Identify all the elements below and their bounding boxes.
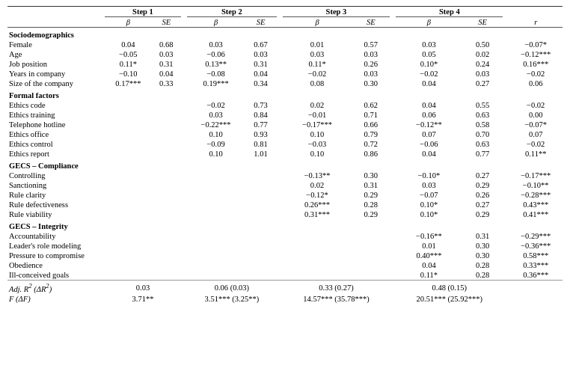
spacer	[503, 281, 509, 294]
data-cell: −0.06	[187, 49, 245, 59]
row-label: Ethics report	[7, 149, 105, 159]
spacer	[277, 110, 283, 120]
data-cell: −0.06	[396, 139, 462, 149]
row-label: Telephone hotline	[7, 120, 105, 129]
spacer	[277, 270, 283, 281]
spacer	[503, 190, 509, 200]
table-row: Size of the company0.17***0.330.19***0.3…	[7, 79, 563, 88]
data-cell: 0.03	[396, 40, 462, 49]
data-cell	[283, 241, 352, 251]
data-cell: 0.58***	[509, 251, 563, 260]
spacer	[503, 49, 509, 59]
section-header: GECS – Integrity	[7, 219, 563, 231]
row-label: Rule viability	[7, 209, 105, 219]
data-cell	[152, 251, 181, 260]
spacer	[277, 294, 283, 304]
data-cell: 0.77	[245, 120, 277, 129]
f-step4: 20.51*** (25.92***)	[396, 294, 503, 304]
spacer	[181, 59, 187, 69]
data-cell	[283, 231, 352, 241]
column-header-row: β SE β SE β SE β SE r	[7, 17, 563, 28]
spacer	[277, 241, 283, 251]
row-label: Years in company	[7, 69, 105, 79]
data-cell: 0.70	[462, 129, 503, 139]
spacer	[181, 110, 187, 120]
spacer	[503, 79, 509, 88]
data-cell	[352, 241, 390, 251]
spacer	[181, 281, 187, 294]
row-label: Ethics training	[7, 110, 105, 120]
data-cell	[105, 231, 152, 241]
spacer	[181, 270, 187, 281]
spacer	[277, 120, 283, 129]
table-row: Years in company−0.100.04−0.080.04−0.020…	[7, 69, 563, 79]
data-cell: 0.10*	[396, 200, 462, 209]
data-cell	[152, 260, 181, 270]
data-cell: 0.30	[352, 171, 390, 180]
data-cell	[152, 129, 181, 139]
data-cell: 0.31***	[283, 209, 352, 219]
data-cell: 0.07	[509, 129, 563, 139]
table-row: Age−0.050.03−0.060.030.030.030.050.02−0.…	[7, 49, 563, 59]
spacer	[277, 200, 283, 209]
spacer	[277, 251, 283, 260]
data-cell: 0.04	[245, 69, 277, 79]
data-cell: 0.01	[283, 40, 352, 49]
data-cell	[245, 171, 277, 180]
data-cell	[152, 190, 181, 200]
data-cell	[245, 209, 277, 219]
spacer	[390, 69, 396, 79]
data-cell: 0.03	[396, 180, 462, 190]
data-cell: 0.29	[352, 209, 390, 219]
data-cell: 0.58	[462, 120, 503, 129]
table-row: Ethics control−0.090.81−0.030.72−0.060.6…	[7, 139, 563, 149]
row-label: Ethics code	[7, 100, 105, 110]
data-cell: 0.50	[462, 40, 503, 49]
spacer	[277, 231, 283, 241]
data-cell: −0.22***	[187, 120, 245, 129]
data-cell: 0.04	[105, 40, 152, 49]
data-cell: 1.01	[245, 149, 277, 159]
data-cell: −0.10	[105, 69, 152, 79]
data-cell	[152, 200, 181, 209]
spacer	[390, 180, 396, 190]
data-cell: 0.72	[352, 139, 390, 149]
data-cell: −0.16**	[396, 231, 462, 241]
data-cell: 0.03	[152, 49, 181, 59]
data-cell: 0.06	[509, 79, 563, 88]
spacer	[277, 129, 283, 139]
data-cell: 0.36***	[509, 270, 563, 281]
table-row: Obedience0.040.280.33***	[7, 260, 563, 270]
data-cell: 0.66	[352, 120, 390, 129]
table-row: Controlling−0.13**0.30−0.10*0.27−0.17***	[7, 171, 563, 180]
data-cell: 0.28	[462, 270, 503, 281]
data-cell	[152, 241, 181, 251]
data-cell: 0.16***	[509, 59, 563, 69]
data-cell: 0.28	[352, 200, 390, 209]
table-row: Rule defectiveness0.26***0.280.10*0.270.…	[7, 200, 563, 209]
spacer	[390, 100, 396, 110]
data-cell: −0.17***	[283, 120, 352, 129]
step1-label: Step 1	[105, 7, 181, 17]
data-cell: −0.02	[509, 100, 563, 110]
spacer	[277, 40, 283, 49]
data-cell: 0.03	[187, 40, 245, 49]
spacer	[390, 251, 396, 260]
f-label: F (ΔF)	[7, 294, 105, 304]
row-label: Rule defectiveness	[7, 200, 105, 209]
spacer	[277, 69, 283, 79]
spacer	[503, 59, 509, 69]
spacer	[277, 209, 283, 219]
data-cell	[245, 241, 277, 251]
data-cell	[283, 270, 352, 281]
data-cell: 0.03	[187, 110, 245, 120]
spacer	[503, 129, 509, 139]
spacer	[390, 79, 396, 88]
data-cell: 0.04	[396, 149, 462, 159]
data-cell	[187, 190, 245, 200]
data-cell: 0.10	[283, 129, 352, 139]
data-cell: −0.12***	[509, 49, 563, 59]
data-cell	[283, 260, 352, 270]
table-row: Ethics code−0.020.730.020.620.040.55−0.0…	[7, 100, 563, 110]
data-cell	[152, 180, 181, 190]
